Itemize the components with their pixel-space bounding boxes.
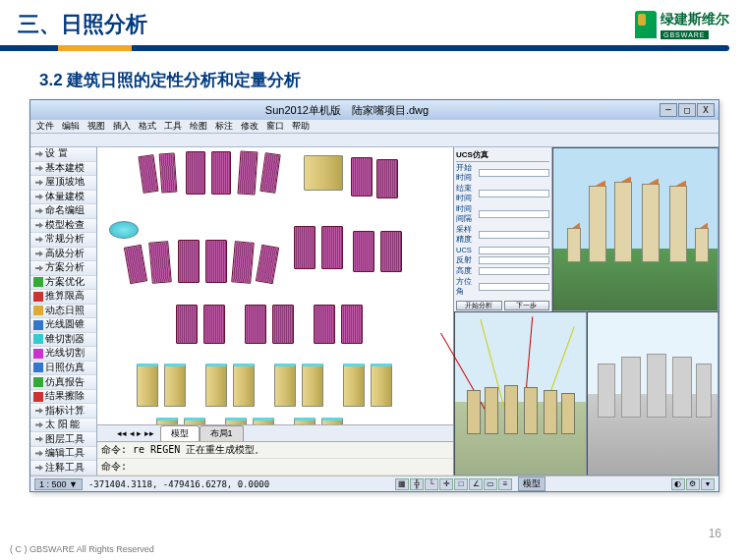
palette-光线圆锥[interactable]: 光线圆锥 bbox=[30, 318, 96, 333]
ortho-toggle[interactable]: └ bbox=[425, 478, 438, 490]
menu-item[interactable]: 工具 bbox=[164, 120, 182, 133]
tab-nav-left[interactable]: ◂◂ ◂ ▸ ▸▸ bbox=[117, 428, 154, 438]
form-label: UCS bbox=[456, 246, 478, 254]
menu-item[interactable]: 视图 bbox=[87, 120, 105, 133]
palette-编辑工具[interactable]: 编辑工具 bbox=[30, 447, 96, 462]
palette-屋顶坡地[interactable]: 屋顶坡地 bbox=[30, 176, 96, 191]
menu-item[interactable]: 编辑 bbox=[62, 120, 80, 133]
lwt-toggle[interactable]: ≡ bbox=[498, 478, 512, 490]
form-input[interactable] bbox=[479, 210, 549, 218]
render-tower bbox=[642, 184, 660, 262]
window-titlebar[interactable]: Sun2012单机版 陆家嘴项目.dwg ─ □ X bbox=[30, 100, 718, 120]
palette-命名编组[interactable]: 命名编组 bbox=[30, 204, 96, 219]
form-row: 反射 bbox=[456, 255, 549, 265]
3d-view-top[interactable] bbox=[552, 147, 718, 311]
menu-item[interactable]: 帮助 bbox=[292, 120, 310, 133]
mini-building bbox=[544, 390, 557, 434]
status-scale[interactable]: 1 : 500 ▼ bbox=[34, 478, 83, 490]
palette-常规分析[interactable]: 常规分析 bbox=[30, 233, 96, 248]
palette-动态日照[interactable]: 动态日照 bbox=[30, 305, 96, 319]
minimize-button[interactable]: ─ bbox=[660, 103, 677, 117]
palette-光线切割[interactable]: 光线切割 bbox=[30, 347, 96, 362]
analyze-button[interactable]: 开始分析 bbox=[456, 301, 502, 310]
palette-label: 命名编组 bbox=[45, 204, 85, 217]
palette-指标计算[interactable]: 指标计算 bbox=[30, 404, 96, 419]
building bbox=[186, 151, 205, 195]
form-input[interactable] bbox=[479, 283, 549, 291]
building bbox=[159, 152, 178, 193]
snap-toggle[interactable]: ▦ bbox=[395, 478, 409, 490]
form-input[interactable] bbox=[479, 267, 549, 275]
menu-item[interactable]: 插入 bbox=[113, 120, 131, 133]
status-icon[interactable]: ▾ bbox=[701, 478, 715, 490]
command-area[interactable]: 命令: re REGEN 正在重生成模型。 命令: bbox=[97, 441, 453, 476]
3d-view-gray[interactable] bbox=[587, 311, 719, 476]
palette-模型检查[interactable]: 模型检查 bbox=[30, 219, 96, 234]
palette-太 阳 能[interactable]: 太 阳 能 bbox=[30, 419, 96, 433]
form-input[interactable] bbox=[479, 256, 549, 264]
maximize-button[interactable]: □ bbox=[678, 103, 696, 117]
palette-设 置[interactable]: 设 置 bbox=[30, 147, 96, 162]
palette-label: 图层工具 bbox=[45, 433, 85, 446]
brand-logo: 绿建斯维尔 GBSWARE bbox=[635, 11, 729, 39]
grid-toggle[interactable]: ╬ bbox=[410, 478, 424, 490]
building bbox=[302, 364, 323, 407]
toolbar-1[interactable] bbox=[30, 134, 718, 147]
tab-model[interactable]: 模型 bbox=[160, 425, 200, 441]
close-button[interactable]: X bbox=[697, 103, 715, 117]
tool-palette: 设 置基本建模屋顶坡地体量建模命名编组模型检查常规分析高级分析方案分析方案优化推… bbox=[30, 147, 97, 476]
status-icon[interactable]: ⚙ bbox=[686, 478, 700, 490]
palette-图层工具[interactable]: 图层工具 bbox=[30, 432, 96, 447]
next-button[interactable]: 下一步 bbox=[504, 301, 550, 310]
osnap-toggle[interactable]: □ bbox=[454, 478, 468, 490]
status-icon[interactable]: ◐ bbox=[671, 478, 685, 490]
3d-view-rays[interactable] bbox=[454, 311, 587, 476]
palette-结果擦除[interactable]: 结果擦除 bbox=[30, 390, 96, 405]
palette-推算限高[interactable]: 推算限高 bbox=[30, 290, 96, 305]
form-label: 结束时间 bbox=[456, 184, 478, 203]
menu-item[interactable]: 修改 bbox=[241, 120, 259, 133]
otrack-toggle[interactable]: ∠ bbox=[469, 478, 483, 490]
menu-item[interactable]: 窗口 bbox=[266, 120, 284, 133]
menu-item[interactable]: 标注 bbox=[215, 120, 233, 133]
palette-label: 结果擦除 bbox=[45, 390, 85, 403]
palette-仿真报告[interactable]: 仿真报告 bbox=[30, 375, 96, 390]
palette-锥切割器[interactable]: 锥切割器 bbox=[30, 333, 96, 348]
building bbox=[341, 305, 363, 344]
form-input[interactable] bbox=[479, 247, 549, 254]
render-tower bbox=[567, 228, 581, 262]
form-input[interactable] bbox=[479, 231, 549, 239]
gray-building bbox=[672, 357, 692, 418]
building bbox=[351, 157, 373, 196]
menu-item[interactable]: 格式 bbox=[139, 120, 156, 133]
palette-label: 高级分析 bbox=[45, 248, 85, 260]
palette-方案优化[interactable]: 方案优化 bbox=[30, 276, 96, 291]
form-row: 结束时间 bbox=[456, 184, 549, 203]
mini-building bbox=[485, 387, 498, 434]
command-prompt[interactable]: 命令: bbox=[97, 459, 453, 476]
form-label: 高度 bbox=[456, 266, 478, 276]
menu-item[interactable]: 文件 bbox=[36, 120, 54, 133]
form-input[interactable] bbox=[479, 190, 549, 197]
tab-layout1[interactable]: 布局1 bbox=[200, 425, 244, 441]
polar-toggle[interactable]: ✛ bbox=[439, 478, 453, 490]
form-input[interactable] bbox=[479, 169, 549, 177]
copyright: ( C ) GBSWARE All Rights Reserved bbox=[10, 544, 154, 554]
palette-icon bbox=[33, 263, 43, 273]
palette-高级分析[interactable]: 高级分析 bbox=[30, 248, 96, 262]
palette-label: 仿真报告 bbox=[45, 376, 85, 389]
window-title: Sun2012单机版 陆家嘴项目.dwg bbox=[38, 103, 656, 118]
palette-注释工具[interactable]: 注释工具 bbox=[30, 461, 96, 476]
status-space[interactable]: 模型 bbox=[518, 476, 546, 491]
palette-icon bbox=[33, 192, 43, 201]
drawing-canvas[interactable] bbox=[97, 147, 453, 425]
building bbox=[371, 364, 392, 407]
palette-日照仿真[interactable]: 日照仿真 bbox=[30, 362, 96, 376]
palette-基本建模[interactable]: 基本建模 bbox=[30, 162, 96, 177]
dyn-toggle[interactable]: ▭ bbox=[484, 478, 497, 490]
menu-item[interactable]: 绘图 bbox=[190, 120, 207, 133]
palette-体量建模[interactable]: 体量建模 bbox=[30, 191, 96, 205]
palette-方案分析[interactable]: 方案分析 bbox=[30, 261, 96, 276]
building bbox=[184, 418, 205, 425]
palette-icon bbox=[33, 420, 43, 430]
